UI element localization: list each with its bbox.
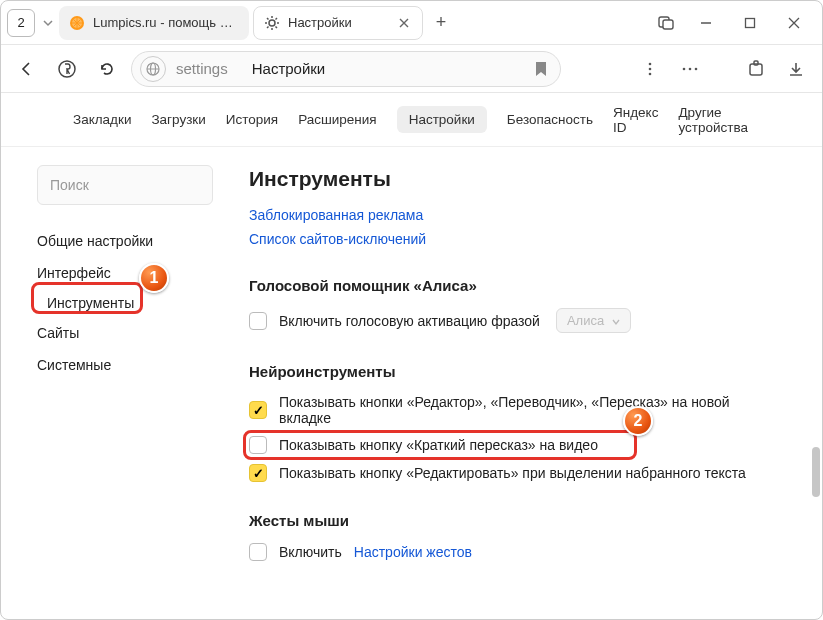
topnav-settings[interactable]: Настройки (397, 106, 487, 133)
topnav-bookmarks[interactable]: Закладки (73, 112, 131, 127)
svg-point-19 (649, 62, 652, 65)
window-minimize-button[interactable] (684, 4, 728, 42)
section-title-neuro: Нейроинструменты (249, 363, 778, 380)
new-tab-button[interactable]: + (427, 9, 455, 37)
svg-rect-14 (746, 18, 755, 27)
address-field[interactable]: settings Настройки (131, 51, 561, 87)
row-gestures-enable[interactable]: Включить Настройки жестов (249, 543, 778, 561)
settings-sidebar: Поиск Общие настройки Интерфейс Инструме… (1, 147, 217, 620)
tab-counter[interactable]: 2 (7, 9, 35, 37)
svg-line-8 (276, 26, 278, 28)
row-neuro-tabs[interactable]: Показывать кнопки «Редактор», «Переводчи… (249, 394, 778, 426)
settings-main: Поиск Общие настройки Интерфейс Инструме… (1, 147, 822, 620)
checkbox[interactable] (249, 436, 267, 454)
svg-point-21 (649, 72, 652, 75)
back-button[interactable] (11, 53, 43, 85)
svg-point-22 (683, 67, 686, 70)
row-label: Включить (279, 544, 342, 560)
topnav-downloads[interactable]: Загрузки (151, 112, 205, 127)
browser-tab-active[interactable]: Настройки (253, 6, 423, 40)
menu-dots-icon[interactable] (634, 53, 666, 85)
svg-line-10 (276, 18, 278, 20)
more-dots-icon[interactable] (674, 53, 706, 85)
browser-tab[interactable]: Lumpics.ru - помощь с ком (59, 6, 249, 40)
link-gesture-settings[interactable]: Настройки жестов (354, 544, 472, 560)
sidebar-item-sites[interactable]: Сайты (37, 317, 217, 349)
checkbox[interactable] (249, 464, 267, 482)
gear-icon (264, 15, 280, 31)
page-title-segment: Настройки (252, 60, 326, 77)
reload-button[interactable] (91, 53, 123, 85)
checkbox[interactable] (249, 401, 267, 419)
row-neuro-edit-selection[interactable]: Показывать кнопку «Редактировать» при вы… (249, 464, 778, 482)
content-heading: Инструменты (249, 167, 778, 191)
topnav-security[interactable]: Безопасность (507, 112, 593, 127)
tab-title: Lumpics.ru - помощь с ком (93, 15, 239, 30)
settings-topnav: Закладки Загрузки История Расширения Нас… (1, 93, 822, 147)
downloads-icon[interactable] (780, 53, 812, 85)
row-label: Включить голосовую активацию фразой (279, 313, 540, 329)
sidebar-item-general[interactable]: Общие настройки (37, 225, 217, 257)
trigger-word-pill[interactable]: Алиса (556, 308, 631, 333)
settings-content: Инструменты Заблокированная реклама Спис… (217, 147, 822, 620)
topnav-yandex-id[interactable]: Яндекс ID (613, 105, 658, 135)
window-maximize-button[interactable] (728, 4, 772, 42)
sidebar-item-tools[interactable]: Инструменты (37, 289, 144, 317)
svg-line-7 (267, 18, 269, 20)
topnav-other-devices[interactable]: Другие устройства (678, 105, 750, 135)
svg-point-23 (689, 67, 692, 70)
bookmark-icon[interactable] (534, 61, 548, 77)
settings-search-input[interactable]: Поиск (37, 165, 213, 205)
yandex-home-icon[interactable] (51, 53, 83, 85)
extensions-icon[interactable] (740, 53, 772, 85)
link-site-exceptions[interactable]: Список сайтов-исключений (249, 231, 778, 247)
checkbox[interactable] (249, 312, 267, 330)
row-label: Показывать кнопку «Редактировать» при вы… (279, 465, 746, 481)
sidebar-item-interface[interactable]: Интерфейс (37, 257, 217, 289)
row-label: Показывать кнопки «Редактор», «Переводчи… (279, 394, 778, 426)
window-titlebar: 2 Lumpics.ru - помощь с ком Настройки + (1, 1, 822, 45)
row-neuro-video-summary[interactable]: Показывать кнопку «Краткий пересказ» на … (249, 436, 778, 454)
orange-slice-icon (69, 15, 85, 31)
section-title-alisa: Голосовой помощник «Алиса» (249, 277, 778, 294)
svg-point-20 (649, 67, 652, 70)
address-bar: settings Настройки (1, 45, 822, 93)
site-info-icon[interactable] (140, 56, 166, 82)
link-blocked-ads[interactable]: Заблокированная реклама (249, 207, 778, 223)
window-close-button[interactable] (772, 4, 816, 42)
checkbox[interactable] (249, 543, 267, 561)
url-segment: settings (176, 60, 228, 77)
tabs-overview-icon[interactable] (648, 4, 684, 42)
close-tab-icon[interactable] (396, 15, 412, 31)
scrollbar-thumb[interactable] (812, 447, 820, 497)
topnav-history[interactable]: История (226, 112, 278, 127)
svg-rect-12 (663, 20, 673, 29)
svg-rect-26 (754, 61, 758, 65)
topnav-extensions[interactable]: Расширения (298, 112, 377, 127)
svg-point-2 (269, 20, 275, 26)
row-label: Показывать кнопку «Краткий пересказ» на … (279, 437, 598, 453)
svg-line-9 (267, 26, 269, 28)
search-placeholder: Поиск (50, 177, 89, 193)
row-voice-activation[interactable]: Включить голосовую активацию фразой Алис… (249, 308, 778, 333)
sidebar-item-system[interactable]: Системные (37, 349, 217, 381)
section-title-gestures: Жесты мыши (249, 512, 778, 529)
tab-list-chevron-icon[interactable] (37, 9, 59, 37)
tab-title: Настройки (288, 15, 390, 30)
svg-point-24 (695, 67, 698, 70)
